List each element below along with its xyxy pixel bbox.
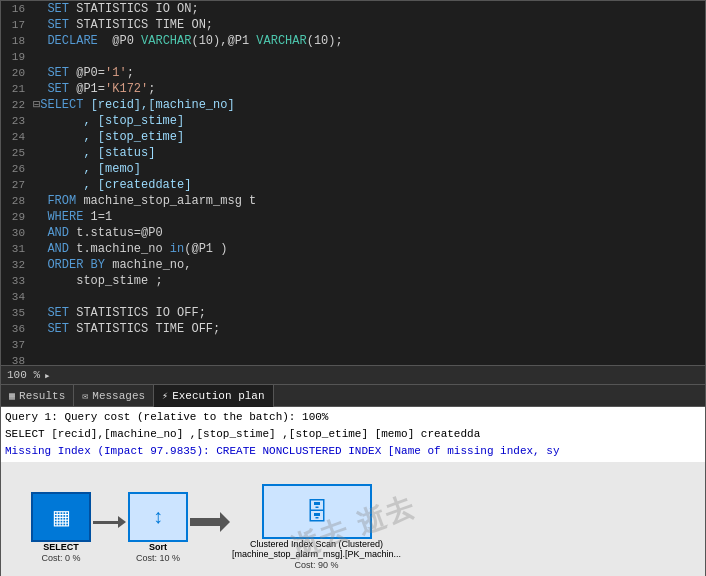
code-line: 21 SET @P1='K172'; (1, 81, 705, 97)
tab-results[interactable]: ▦Results (1, 385, 74, 407)
line-number: 30 (1, 225, 33, 241)
results-panel: Query 1: Query cost (relative to the bat… (0, 407, 706, 576)
line-content: SET STATISTICS TIME OFF; (33, 321, 705, 337)
code-line: 34 (1, 289, 705, 305)
line-content: AND t.status=@P0 (33, 225, 705, 241)
results-tab-icon: ▦ (9, 390, 15, 402)
sort-node-cost: Cost: 10 % (136, 553, 180, 563)
line-number: 38 (1, 353, 33, 365)
scroll-indicator: ▸ (44, 369, 51, 382)
messages-tab-icon: ✉ (82, 390, 88, 402)
execution_plan-tab-icon: ⚡ (162, 390, 168, 402)
tab-messages[interactable]: ✉Messages (74, 385, 154, 407)
line-number: 34 (1, 289, 33, 305)
code-line: 23 , [stop_stime] (1, 113, 705, 129)
code-editor[interactable]: 16 SET STATISTICS IO ON;17 SET STATISTIC… (0, 0, 706, 365)
select-node-box: ▦ (31, 492, 91, 542)
line-content: WHERE 1=1 (33, 209, 705, 225)
sort-node[interactable]: ↕SortCost: 10 % (128, 492, 188, 563)
line-content: stop_stime ; (33, 273, 705, 289)
status-bar: 100 % ▸ (0, 365, 706, 385)
line-number: 25 (1, 145, 33, 161)
line-content (33, 337, 705, 353)
line-content: SET @P0='1'; (33, 65, 705, 81)
line-number: 16 (1, 1, 33, 17)
zoom-level: 100 % (7, 369, 40, 381)
line-content: ORDER BY machine_no, (33, 257, 705, 273)
line-number: 23 (1, 113, 33, 129)
line-content: SET STATISTICS IO ON; (33, 1, 705, 17)
code-line: 37 (1, 337, 705, 353)
code-line: 17 SET STATISTICS TIME ON; (1, 17, 705, 33)
scan-node-sublabel: [machine_stop_alarm_msg].[PK_machin... (232, 549, 401, 559)
line-content: , [stop_etime] (33, 129, 705, 145)
code-line: 38 (1, 353, 705, 365)
execution_plan-tab-label: Execution plan (172, 390, 264, 402)
scan-node-label: Clustered Index Scan (Clustered) (250, 539, 383, 549)
scan-node[interactable]: 🗄Clustered Index Scan (Clustered)[machin… (232, 484, 401, 570)
line-content (33, 353, 705, 365)
line-number: 24 (1, 129, 33, 145)
line-number: 31 (1, 241, 33, 257)
code-line: 33 stop_stime ; (1, 273, 705, 289)
select-node-label: SELECT (43, 542, 79, 552)
line-number: 17 (1, 17, 33, 33)
code-line: 25 , [status] (1, 145, 705, 161)
line-number: 33 (1, 273, 33, 289)
code-line: 20 SET @P0='1'; (1, 65, 705, 81)
code-line: 22⊟SELECT [recid],[machine_no] (1, 97, 705, 113)
execution-plan-area: 逝去 逝去 ▦SELECTCost: 0 %↕SortCost: 10 %🗄Cl… (1, 462, 705, 576)
code-line: 28 FROM machine_stop_alarm_msg t (1, 193, 705, 209)
code-line: 19 (1, 49, 705, 65)
line-content: SET STATISTICS IO OFF; (33, 305, 705, 321)
code-line: 31 AND t.machine_no in(@P1 ) (1, 241, 705, 257)
line-number: 18 (1, 33, 33, 49)
sort-node-box: ↕ (128, 492, 188, 542)
line-content: DECLARE @P0 VARCHAR(10),@P1 VARCHAR(10); (33, 33, 705, 49)
select-node[interactable]: ▦SELECTCost: 0 % (31, 492, 91, 563)
query-line-0: Query 1: Query cost (relative to the bat… (5, 409, 701, 426)
line-number: 20 (1, 65, 33, 81)
scan-node-cost: Cost: 90 % (295, 560, 339, 570)
line-content: SET STATISTICS TIME ON; (33, 17, 705, 33)
line-number: 36 (1, 321, 33, 337)
line-content: , [stop_stime] (33, 113, 705, 129)
code-line: 30 AND t.status=@P0 (1, 225, 705, 241)
line-number: 37 (1, 337, 33, 353)
code-line: 26 , [memo] (1, 161, 705, 177)
tab-execution_plan[interactable]: ⚡Execution plan (154, 385, 273, 407)
code-line: 27 , [createddate] (1, 177, 705, 193)
code-line: 16 SET STATISTICS IO ON; (1, 1, 705, 17)
line-number: 29 (1, 209, 33, 225)
arrow-1 (93, 516, 126, 528)
line-number: 35 (1, 305, 33, 321)
code-line: 36 SET STATISTICS TIME OFF; (1, 321, 705, 337)
line-number: 26 (1, 161, 33, 177)
line-content: , [memo] (33, 161, 705, 177)
code-line: 18 DECLARE @P0 VARCHAR(10),@P1 VARCHAR(1… (1, 33, 705, 49)
query-info-area: Query 1: Query cost (relative to the bat… (1, 407, 705, 462)
line-content (33, 289, 705, 305)
arrow-2 (190, 512, 230, 532)
execution-flow: ▦SELECTCost: 0 %↕SortCost: 10 %🗄Clustere… (11, 474, 695, 576)
line-content: ⊟SELECT [recid],[machine_no] (33, 97, 705, 113)
results-tab-label: Results (19, 390, 65, 402)
scan-node-box: 🗄 (262, 484, 372, 539)
line-content (33, 49, 705, 65)
line-content: SET @P1='K172'; (33, 81, 705, 97)
query-line-1: SELECT [recid],[machine_no] ,[stop_stime… (5, 426, 701, 443)
tabs-bar: ▦Results✉Messages⚡Execution plan (0, 385, 706, 407)
line-number: 28 (1, 193, 33, 209)
messages-tab-label: Messages (92, 390, 145, 402)
line-number: 21 (1, 81, 33, 97)
line-content: AND t.machine_no in(@P1 ) (33, 241, 705, 257)
line-number: 27 (1, 177, 33, 193)
query-line-2: Missing Index (Impact 97.9835): CREATE N… (5, 443, 701, 460)
sort-node-label: Sort (149, 542, 167, 552)
line-content: FROM machine_stop_alarm_msg t (33, 193, 705, 209)
code-line: 35 SET STATISTICS IO OFF; (1, 305, 705, 321)
line-number: 19 (1, 49, 33, 65)
select-node-cost: Cost: 0 % (41, 553, 80, 563)
line-number: 22 (1, 97, 33, 113)
code-line: 32 ORDER BY machine_no, (1, 257, 705, 273)
